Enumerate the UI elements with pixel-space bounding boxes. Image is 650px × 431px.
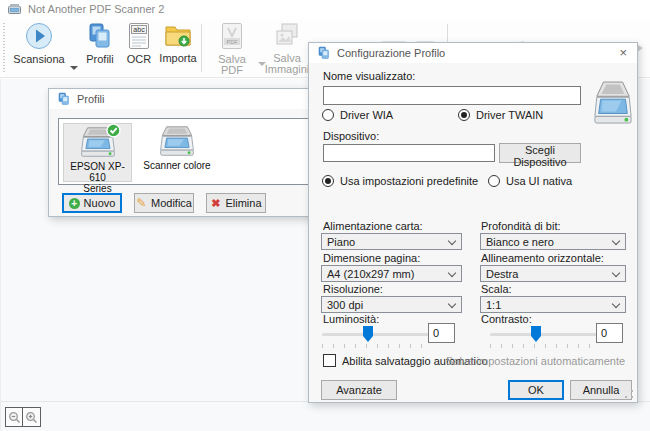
choose-device-button[interactable]: Scegli Dispositivo [499,143,581,163]
ok-button[interactable]: OK [508,380,564,400]
close-icon[interactable]: × [619,45,627,60]
scale-select[interactable]: 1:1 [480,296,626,313]
display-name-input[interactable] [323,86,581,105]
radio-icon [322,109,334,121]
brightness-label: Luminosità: [323,313,379,325]
scanner-profile-icon [79,126,117,161]
profile-list[interactable]: EPSON XP-610 Series Scanner colore [58,118,310,185]
config-dialog-icon [317,46,331,62]
default-profile-badge-icon [106,123,121,140]
profile-item[interactable]: Scanner colore [137,123,217,182]
resize-grip[interactable] [624,389,634,399]
paper-source-value: Piano [327,236,355,248]
pdf-glyph: PDF [227,39,239,45]
save-pdf-label: Salva PDF [207,54,257,76]
resolution-select[interactable]: 300 dpi [321,296,462,313]
advanced-button[interactable]: Avanzate [321,380,397,400]
page-size-select[interactable]: A4 (210x297 mm) [321,265,462,282]
display-name-label: Nome visualizzato: [323,70,415,82]
brightness-slider-thumb[interactable] [363,326,373,342]
profile-name-line1: EPSON XP-610 [64,161,131,183]
profile-name-line1: Scanner colore [137,160,217,171]
edit-profile-button[interactable]: ✎ Modifica [134,193,194,213]
resolution-value: 300 dpi [327,299,363,311]
bit-depth-select[interactable]: Bianco e nero [480,233,626,250]
radio-icon [488,175,500,187]
driver-wia-label: Driver WIA [340,109,393,121]
profiles-icon [87,40,113,52]
page-size-value: A4 (210x297 mm) [327,268,414,280]
delete-profile-label: Elimina [225,197,261,209]
contrast-slider-ticks [490,344,598,348]
brightness-slider-track[interactable] [322,333,430,336]
bit-depth-value: Bianco e nero [486,236,554,248]
bit-depth-label: Profondità di bit: [481,220,561,232]
auto-save-checkbox[interactable] [323,354,336,367]
contrast-input[interactable] [596,323,623,343]
scan-dropdown-caret[interactable] [70,66,78,70]
auto-save-settings-link[interactable]: Salva impostazioni automaticamente [446,355,625,367]
paper-source-select[interactable]: Piano [321,233,462,250]
ocr-button[interactable]: abc OCR [122,22,156,65]
config-dialog-title: Configurazione Profilo [337,47,445,59]
chevron-down-icon [612,237,620,245]
scan-button[interactable]: Scansiona [10,22,68,65]
contrast-slider-thumb[interactable] [531,326,541,342]
ocr-doc-icon: abc [127,40,151,52]
contrast-slider-track[interactable] [490,333,598,336]
profiles-dialog-title: Profili [77,93,105,105]
zoom-out-button[interactable] [5,407,23,427]
profiles-dialog-titlebar[interactable]: Profili [49,89,315,109]
paper-source-label: Alimentazione carta: [323,220,423,232]
edit-profile-label: Modifica [151,197,192,209]
brightness-input[interactable] [428,323,455,343]
main-titlebar: Not Another PDF Scanner 2 [0,0,650,19]
profile-config-dialog: Configurazione Profilo × Nome visualizza… [308,42,638,403]
horizontal-align-select[interactable]: Destra [480,265,626,282]
radio-selected-icon [458,109,470,121]
new-profile-label: Nuovo [84,197,116,209]
window-title: Not Another PDF Scanner 2 [28,3,164,15]
driver-twain-radio[interactable]: Driver TWAIN [458,109,543,121]
save-images-button[interactable]: Salva Immagini [264,22,310,75]
app-scanner-icon [8,3,21,17]
new-profile-button[interactable]: + Nuovo [62,193,122,213]
zoom-controls [5,407,41,427]
cancel-button[interactable]: Annulla [570,380,632,400]
driver-wia-radio[interactable]: Driver WIA [322,109,393,121]
horizontal-align-label: Allineamento orizzontale: [481,252,604,264]
resolution-label: Risoluzione: [323,283,383,295]
profiles-dialog-icon [57,92,71,108]
scale-value: 1:1 [486,299,501,311]
device-input[interactable] [323,144,495,162]
radio-selected-icon [322,175,334,187]
import-button[interactable]: Importa [157,22,199,64]
import-label: Importa [157,53,199,64]
horizontal-align-value: Destra [486,268,518,280]
save-pdf-button[interactable]: PDF Salva PDF [207,22,257,76]
chevron-down-icon [448,300,456,308]
chevron-down-icon [612,269,620,277]
scale-label: Scala: [481,283,512,295]
use-default-settings-label: Usa impostazioni predefinite [340,175,478,187]
pencil-icon: ✎ [136,198,147,209]
profiles-button[interactable]: Profili [80,22,120,65]
use-default-settings-radio[interactable]: Usa impostazioni predefinite [322,175,478,187]
chevron-down-icon [448,269,456,277]
device-label: Dispositivo: [323,130,379,142]
delete-profile-button[interactable]: ✖ Elimina [206,193,266,213]
save-images-icon [274,39,301,51]
chevron-down-icon [448,237,456,245]
scan-label: Scansiona [10,54,68,65]
chevron-down-icon [612,300,620,308]
save-images-label: Salva Immagini [264,53,310,75]
red-x-icon: ✖ [210,198,221,209]
config-dialog-titlebar[interactable]: Configurazione Profilo × [309,43,637,63]
toolbar-grip[interactable] [3,23,5,73]
page-size-label: Dimensione pagina: [323,252,420,264]
ocr-abc-glyph: abc [133,26,145,33]
zoom-in-button[interactable] [23,407,41,427]
contrast-label: Contrasto: [481,313,532,325]
use-native-ui-radio[interactable]: Usa UI nativa [488,175,572,187]
profile-item-selected[interactable]: EPSON XP-610 Series [63,123,132,182]
